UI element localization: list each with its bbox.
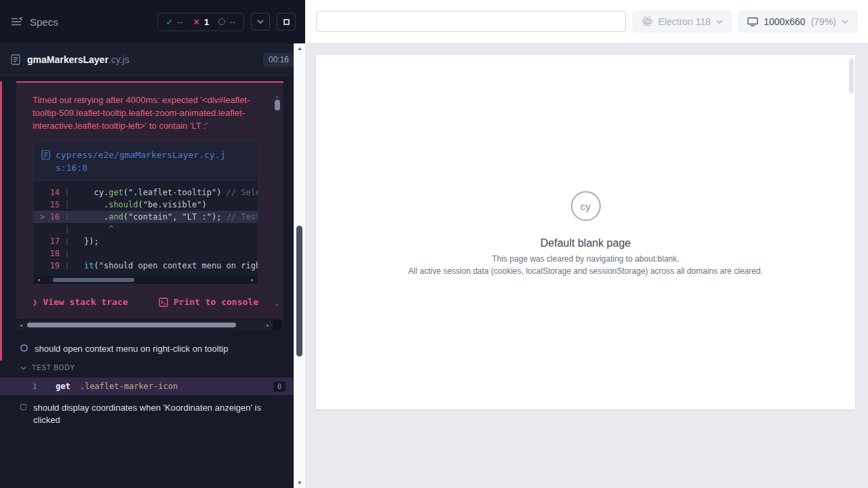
error-vscrollbar[interactable]: ▴ ▾	[274, 94, 280, 307]
print-to-console-button[interactable]: Print to console	[159, 297, 258, 307]
chevron-down-icon	[20, 366, 26, 370]
viewport-size: 1000x660	[764, 16, 806, 27]
reporter-header: Specs ✓ -- ✕ 1 --	[0, 0, 305, 43]
code-line: 15 | .should("be.visible")	[33, 199, 258, 211]
aut-panel: Electron 118 1000x660 (79%) cy Default b…	[305, 0, 868, 488]
blank-page-subtitle-2: All active session data (cookies, localS…	[408, 266, 763, 277]
test-list: should open context menu on right-click …	[0, 339, 294, 430]
pending-icon	[218, 18, 225, 25]
code-line: | ^	[33, 223, 258, 235]
scroll-up-icon[interactable]: ▴	[276, 94, 278, 98]
code-line: > 16 | .and("contain", "LT :"); // Test	[33, 211, 258, 223]
command-number: 1	[33, 382, 56, 391]
chevron-down-icon	[842, 20, 848, 24]
stop-icon	[283, 19, 290, 25]
test-body-label: TEST BODY	[32, 364, 75, 371]
stop-button[interactable]	[277, 13, 296, 30]
code-line: 19 | it("should open context menu on rig…	[33, 260, 258, 272]
spec-header[interactable]: gmaMarkersLayer.cy.js 00:16	[0, 43, 305, 76]
reporter-panel: Specs ✓ -- ✕ 1 -- gma	[0, 0, 305, 488]
passed-icon: ✓	[166, 17, 174, 27]
stat-failed: ✕ 1	[193, 17, 209, 27]
command-name: get	[56, 382, 71, 391]
cypress-logo: cy	[571, 191, 601, 221]
print-to-console-label: Print to console	[174, 297, 258, 307]
code-line: 14 | cy.get(".leaflet-tooltip") // Sele	[33, 186, 258, 199]
test-queued-icon	[20, 404, 26, 410]
scrollbar-thumb[interactable]	[296, 226, 302, 357]
print-icon	[159, 298, 168, 307]
failed-icon: ✕	[193, 17, 200, 27]
command-log-entry[interactable]: 1 get .leaflet-marker-icon 0	[0, 378, 294, 395]
code-frame-hscrollbar[interactable]: ◂ ▸	[33, 276, 258, 284]
code-line: 18 |	[33, 247, 258, 260]
spec-name: gmaMarkersLayer	[27, 54, 108, 65]
test-item[interactable]: should open context menu on right-click …	[0, 339, 294, 359]
spec-ext: .cy.js	[108, 54, 130, 65]
code-frame-file-link[interactable]: cypress/e2e/gmaMarkersLayer.cy.js:16:8	[33, 142, 258, 181]
scroll-right-icon[interactable]: ▸	[264, 323, 271, 328]
file-icon	[41, 150, 50, 174]
spec-file-icon	[11, 54, 20, 65]
stat-pending: --	[218, 17, 235, 27]
vscroll-track[interactable]	[275, 99, 280, 302]
scrollbar-corner	[273, 321, 282, 329]
test-title: should display coordinates when 'Koordin…	[33, 402, 276, 426]
aut-scrollbar-thumb[interactable]	[849, 58, 854, 94]
scroll-up-icon[interactable]: ▲	[297, 43, 302, 54]
blank-page-title: Default blank page	[540, 237, 631, 249]
scroll-down-icon[interactable]: ▼	[297, 478, 302, 488]
browser-label: Electron 118	[658, 16, 711, 27]
specs-menu-icon[interactable]	[11, 17, 23, 26]
command-message: .leaflet-marker-icon	[80, 382, 178, 391]
hscroll-thumb[interactable]	[53, 278, 134, 282]
url-input[interactable]	[316, 11, 626, 32]
view-stack-trace-button[interactable]: ❯ View stack trace	[33, 297, 127, 307]
browser-selector[interactable]: Electron 118	[633, 11, 732, 33]
spec-duration: 00:16	[263, 53, 294, 66]
viewport-icon	[747, 17, 758, 26]
collapse-all-button[interactable]	[251, 13, 270, 30]
aut-iframe[interactable]: cy Default blank page This page was clea…	[316, 55, 855, 409]
aut-container: cy Default blank page This page was clea…	[305, 43, 868, 488]
viewport-selector[interactable]: 1000x660 (79%)	[738, 11, 857, 33]
reporter-scrollbar[interactable]: ▲ ▼	[294, 43, 305, 488]
spec-title: gmaMarkersLayer.cy.js	[27, 54, 130, 65]
hscroll-track[interactable]	[43, 277, 248, 283]
passed-count: --	[178, 17, 184, 27]
specs-title: Specs	[30, 16, 58, 28]
code-frame: cypress/e2e/gmaMarkersLayer.cy.js:16:8 1…	[33, 142, 258, 285]
failed-count: 1	[204, 17, 209, 27]
file-path: cypress/e2e/gmaMarkersLayer.cy.js:16:8	[56, 148, 231, 174]
error-hscrollbar[interactable]: ◂ ▸	[16, 321, 283, 329]
vscroll-thumb[interactable]	[275, 100, 280, 110]
scrollbar-track[interactable]	[294, 54, 305, 478]
electron-icon	[642, 16, 653, 27]
command-count-badge: 0	[273, 382, 285, 392]
code-frame-lines: 14 | cy.get(".leaflet-tooltip") // Sele …	[33, 181, 258, 276]
view-stack-trace-label: View stack trace	[43, 297, 127, 307]
chevron-down-icon	[716, 20, 723, 24]
error-message: Timed out retrying after 4000ms: expecte…	[33, 94, 258, 132]
failed-test-indicator	[0, 81, 2, 361]
error-panel: Timed out retrying after 4000ms: expecte…	[16, 81, 283, 319]
code-line: 17 | });	[33, 235, 258, 247]
scroll-down-icon[interactable]: ▾	[276, 302, 278, 307]
test-title: should open context menu on right-click …	[35, 343, 228, 355]
pending-count: --	[229, 17, 235, 27]
test-item[interactable]: should display coordinates when 'Koordin…	[0, 398, 294, 430]
chevron-right-icon: ❯	[33, 298, 37, 307]
aut-header: Electron 118 1000x660 (79%)	[305, 0, 868, 43]
stats-group: ✓ -- ✕ 1 --	[157, 13, 244, 31]
scroll-left-icon[interactable]: ◂	[18, 323, 24, 328]
reporter-body: Timed out retrying after 4000ms: expecte…	[0, 76, 294, 488]
scroll-left-icon[interactable]: ◂	[35, 277, 42, 283]
blank-page-subtitle-1: This page was cleared by navigating to a…	[492, 254, 679, 264]
error-actions: ❯ View stack trace Print to console	[33, 297, 258, 307]
chevron-down-icon	[257, 20, 264, 24]
hscroll-thumb[interactable]	[27, 323, 236, 327]
cypress-logo-text: cy	[580, 201, 591, 212]
hscroll-track[interactable]	[26, 323, 263, 327]
scroll-right-icon[interactable]: ▸	[249, 277, 256, 283]
test-body-toggle[interactable]: TEST BODY	[0, 359, 294, 376]
